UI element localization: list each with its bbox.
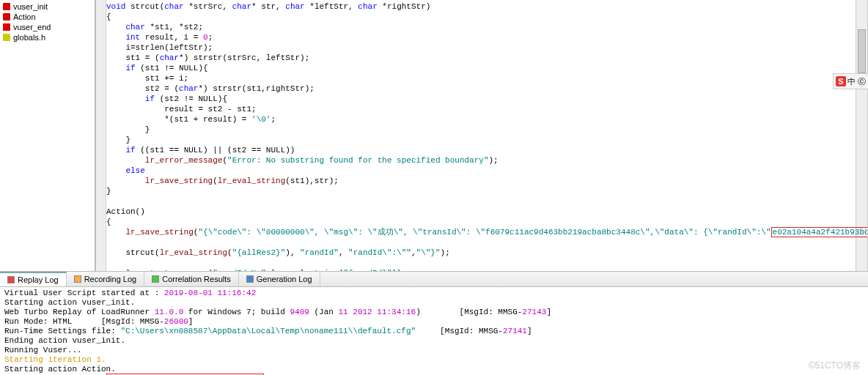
header-icon — [3, 34, 10, 41]
tree-label: globals.h — [13, 33, 45, 42]
script-icon — [3, 3, 10, 10]
tab-label: Recording Log — [84, 275, 137, 283]
tab-icon — [74, 275, 81, 283]
tab-generation-log[interactable]: Generation Log — [239, 272, 320, 286]
tab-recording-log[interactable]: Recording Log — [67, 272, 145, 286]
script-icon — [3, 13, 10, 21]
watermark: ©51CTO博客 — [809, 360, 861, 372]
tree-label: Action — [13, 12, 36, 21]
tab-icon — [152, 275, 159, 283]
tab-label: Correlation Results — [162, 275, 231, 283]
highlight-randid-source: e02a104a4a2f421b93bdb8f6d9daf7c0 — [771, 227, 868, 237]
tab-replay-log[interactable]: Replay Log — [0, 272, 67, 286]
tab-label: Replay Log — [18, 275, 59, 284]
tree-label: vuser_init — [13, 2, 48, 11]
script-icon — [3, 23, 10, 31]
code-content: void strcut(char *strSrc, char* str, cha… — [106, 1, 863, 271]
tree-item-action[interactable]: Action — [0, 12, 95, 22]
code-editor[interactable]: void strcut(char *strSrc, char* str, cha… — [95, 0, 868, 271]
tree-item-vuser-end[interactable]: vuser_end — [0, 22, 95, 32]
tree-label: vuser_end — [13, 23, 51, 31]
tab-icon — [246, 275, 254, 283]
tab-label: Generation Log — [257, 275, 312, 283]
script-tree: vuser_init Action vuser_end globals.h — [0, 0, 95, 271]
tab-icon — [7, 276, 15, 283]
sogou-icon: S — [836, 76, 846, 86]
ime-badge[interactable]: S中 ⓒ — [833, 73, 868, 89]
replay-log-output[interactable]: Virtual User Script started at : 2019-08… — [0, 287, 868, 375]
gutter — [96, 0, 106, 271]
ime-text: 中 ⓒ — [847, 76, 866, 87]
tree-item-vuser-init[interactable]: vuser_init — [0, 1, 95, 12]
output-tabs: Replay Log Recording Log Correlation Res… — [0, 271, 868, 287]
tree-item-globals[interactable]: globals.h — [0, 32, 95, 42]
tab-correlation-results[interactable]: Correlation Results — [144, 272, 239, 286]
